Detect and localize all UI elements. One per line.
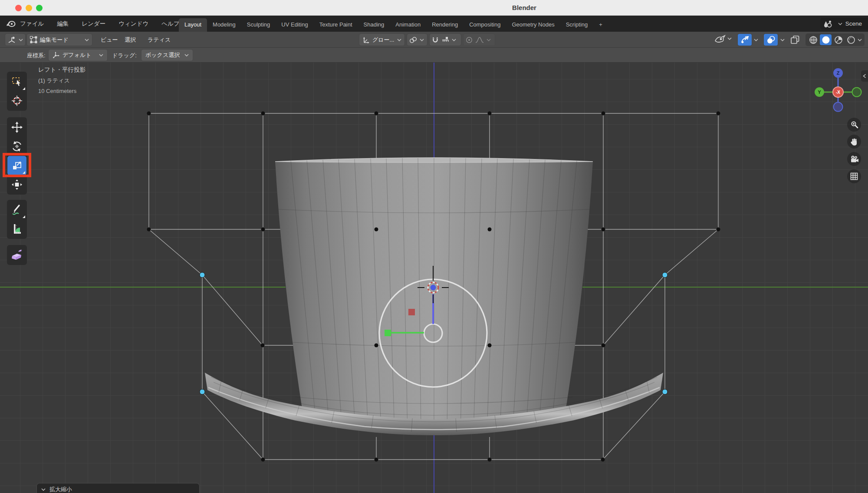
menu-help[interactable]: ヘルプ	[161, 20, 179, 28]
zoom-view-button[interactable]	[847, 118, 861, 132]
topbar: ファイル 編集 レンダー ウィンドウ ヘルプ Layout Modeling S…	[0, 16, 868, 32]
gizmo-z-handle[interactable]	[431, 285, 436, 291]
select-box-tool[interactable]	[7, 72, 26, 91]
nav-gizmo[interactable]: Z Y -X	[815, 68, 861, 112]
proportional-editing-button[interactable]	[464, 34, 495, 46]
titlebar: Blender	[0, 0, 868, 16]
window-title: Blender	[512, 4, 536, 11]
tab-texture-paint[interactable]: Texture Paint	[314, 18, 358, 32]
sidebar-toggle[interactable]	[861, 70, 868, 82]
visibility-dropdown[interactable]	[714, 34, 732, 43]
app-menu-bar: ファイル 編集 レンダー ウィンドウ ヘルプ	[20, 16, 180, 32]
cursor-tool[interactable]	[7, 91, 26, 110]
minimize-button[interactable]	[26, 5, 32, 11]
tab-geometry-nodes[interactable]: Geometry Nodes	[506, 18, 560, 32]
tool-options-indicator	[23, 87, 25, 90]
overlays-icon	[766, 36, 775, 44]
menu-window[interactable]: ウィンドウ	[118, 20, 148, 28]
cursor-tool-icon	[11, 95, 23, 106]
camera-icon	[849, 155, 859, 163]
chevron-down-icon	[420, 39, 424, 41]
orientation-setting-dropdown[interactable]: デフォルト	[49, 50, 107, 61]
tab-layout[interactable]: Layout	[179, 18, 207, 32]
chevron-down-icon[interactable]	[754, 39, 758, 41]
zoom-window-button[interactable]	[36, 5, 43, 11]
show-overlays-toggle[interactable]	[764, 34, 778, 46]
nav-axis-y-neg[interactable]	[852, 88, 861, 97]
grid-view-button[interactable]	[847, 169, 861, 183]
chevron-down-icon[interactable]	[780, 39, 785, 41]
chevron-down-icon	[487, 39, 491, 41]
menu-render[interactable]: レンダー	[82, 20, 105, 28]
drag-setting-label: ドラッグ:	[112, 52, 137, 60]
viewport-editor-icon	[7, 36, 16, 44]
viewport-overlay-text: レフト・平行投影 (1) ラティス 10 Centimeters	[38, 66, 85, 97]
mode-selector[interactable]: 編集モード	[27, 34, 92, 46]
tab-add-workspace[interactable]: +	[593, 18, 608, 32]
xray-toggle[interactable]	[790, 35, 800, 46]
grid-scale-label: 10 Centimeters	[38, 88, 85, 94]
shading-material-button[interactable]	[832, 34, 844, 45]
chevron-down-icon	[99, 54, 103, 56]
move-tool[interactable]	[7, 118, 26, 137]
tab-scripting[interactable]: Scripting	[560, 18, 594, 32]
magnifier-icon	[850, 120, 858, 129]
menu-file[interactable]: ファイル	[20, 20, 44, 28]
shear-icon	[11, 249, 23, 261]
menu-edit[interactable]: 編集	[57, 20, 69, 28]
operator-panel[interactable]: 拡大縮小	[36, 483, 200, 493]
solid-icon	[822, 36, 830, 44]
tab-sculpting[interactable]: Sculpting	[241, 18, 276, 32]
proportional-circle-icon	[466, 36, 473, 43]
annotate-tool[interactable]	[7, 200, 26, 219]
scene-selector[interactable]: Scene	[820, 18, 868, 30]
toolbar-group-annotate	[7, 200, 27, 239]
rendered-icon	[847, 36, 855, 44]
tab-uv-editing[interactable]: UV Editing	[276, 18, 313, 32]
active-object-label: (1) ラティス	[38, 77, 85, 85]
pan-view-button[interactable]	[847, 135, 861, 149]
measure-tool[interactable]	[7, 219, 26, 238]
menu-lattice[interactable]: ラティス	[148, 36, 171, 44]
transform-tool[interactable]	[7, 175, 26, 194]
shading-solid-button[interactable]	[820, 34, 832, 45]
orientation-setting-label: 座標系:	[27, 52, 46, 60]
grid-icon	[850, 172, 858, 181]
tab-animation[interactable]: Animation	[390, 18, 426, 32]
blender-logo-icon[interactable]	[6, 19, 16, 28]
show-gizmo-toggle[interactable]	[738, 34, 752, 46]
snap-toggle-button[interactable]	[430, 34, 461, 46]
menu-view[interactable]: ビュー	[101, 36, 118, 44]
editor-type-button[interactable]	[5, 34, 25, 46]
nav-axis-z-neg[interactable]	[834, 103, 843, 112]
orientation-axes-icon	[362, 36, 370, 43]
chevron-down-icon	[184, 54, 189, 56]
annotate-icon	[11, 204, 23, 215]
chevron-down-icon[interactable]	[858, 39, 862, 41]
transform-orientation-button[interactable]: グロー...	[359, 34, 404, 46]
tab-modeling[interactable]: Modeling	[207, 18, 241, 32]
close-button[interactable]	[15, 5, 22, 11]
tab-shading[interactable]: Shading	[358, 18, 390, 32]
gizmo-x-handle[interactable]	[408, 309, 415, 315]
hat-mesh[interactable]	[205, 158, 663, 435]
camera-view-button[interactable]	[847, 152, 861, 166]
gizmo-y-handle[interactable]	[385, 330, 391, 336]
rotate-icon	[11, 141, 23, 152]
transform-pivot-icon	[53, 52, 59, 59]
tab-rendering[interactable]: Rendering	[426, 18, 464, 32]
viewport-3d[interactable]: Z Y -X レフト・平行投影 (1) ラティス 10 Centimeters	[0, 63, 868, 493]
transform-icon	[11, 179, 23, 190]
shading-rendered-button[interactable]	[845, 34, 857, 45]
shear-tool[interactable]	[7, 245, 26, 265]
tab-compositing[interactable]: Compositing	[464, 18, 506, 32]
shading-wireframe-button[interactable]	[807, 34, 819, 45]
falloff-curve-icon	[475, 36, 484, 43]
snap-increment-icon	[441, 36, 449, 43]
material-preview-icon	[834, 36, 843, 44]
drag-setting-dropdown[interactable]: ボックス選択	[141, 50, 193, 61]
snap-target-button[interactable]	[407, 34, 427, 46]
chevron-down-icon	[727, 37, 732, 40]
select-box-icon	[11, 76, 23, 87]
menu-select[interactable]: 選択	[125, 36, 136, 44]
